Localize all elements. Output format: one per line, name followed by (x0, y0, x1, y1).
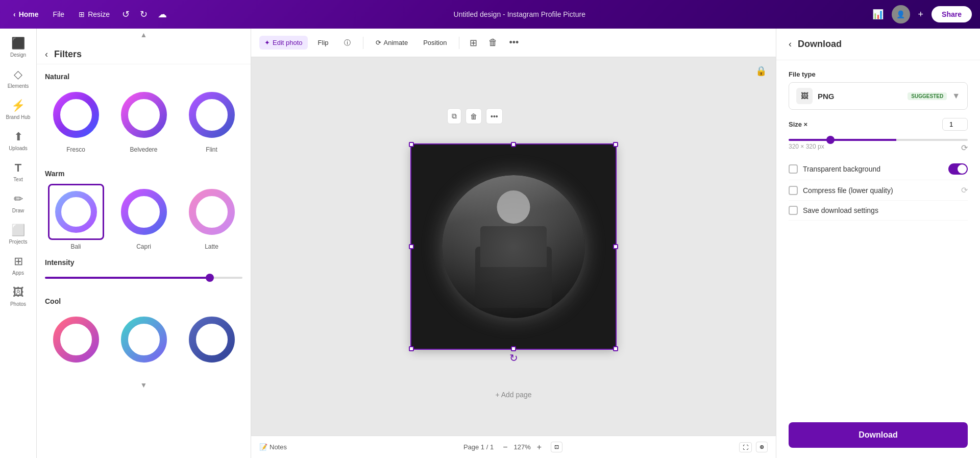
svg-point-4 (125, 192, 163, 231)
cloud-save-button[interactable]: ☁ (155, 6, 170, 23)
size-label: Size × (789, 120, 807, 128)
add-page-area[interactable]: + Add page (489, 384, 537, 405)
filter-item-flint[interactable]: Flint (181, 87, 242, 153)
svg-point-0 (57, 95, 95, 134)
info-button[interactable]: ⓘ (339, 35, 356, 51)
filter-section-cool: Cool (37, 289, 251, 379)
save-settings-checkbox[interactable] (789, 206, 798, 215)
zoom-in-button[interactable]: + (534, 442, 545, 453)
file-type-select[interactable]: 🖼 PNG SUGGESTED ▼ (789, 82, 968, 110)
filter-thumb-latte (184, 184, 240, 240)
more-options-button[interactable]: ••• (486, 108, 503, 124)
save-settings-left: Save download settings (789, 206, 878, 215)
scroll-up-arrow[interactable]: ▲ (37, 29, 251, 41)
sidebar-item-projects[interactable]: ⬜ Projects (2, 220, 35, 249)
svg-point-1 (125, 95, 163, 134)
filter-section-natural: Natural (37, 64, 251, 161)
add-collaborator-button[interactable]: + (915, 6, 927, 23)
compress-file-checkbox[interactable] (789, 186, 798, 195)
filters-back-button[interactable]: ‹ (45, 49, 48, 60)
edit-photo-icon: ✦ (264, 39, 270, 46)
intensity-label: Intensity (45, 258, 242, 267)
filter-name-capri: Capri (136, 243, 151, 250)
fullscreen-button[interactable]: ⛶ (739, 442, 752, 452)
flip-button[interactable]: Flip (313, 36, 334, 50)
sidebar-item-apps[interactable]: ⊞ Apps (2, 251, 35, 280)
transparent-bg-left: Transparent background (789, 164, 880, 174)
design-canvas[interactable] (411, 144, 616, 349)
bottom-center: Page 1 / 1 − 127% + ⊡ (463, 442, 562, 453)
size-slider[interactable] (789, 139, 968, 141)
lock-icon[interactable]: 🔒 (751, 62, 771, 80)
home-button[interactable]: ‹ Home (8, 7, 44, 21)
canvas-viewport[interactable]: 🔒 ⧉ 🗑 ••• (251, 57, 776, 436)
scroll-down-arrow[interactable]: ▼ (37, 379, 251, 391)
size-reset-icon[interactable]: ⟳ (961, 143, 968, 153)
filter-item-fresco[interactable]: Fresco (45, 87, 107, 153)
position-button[interactable]: Position (418, 36, 452, 50)
download-button[interactable]: Download (789, 422, 968, 448)
filter-item-belvedere[interactable]: Belvedere (113, 87, 175, 153)
download-panel: ‹ Download File type 🖼 PNG SUGGESTED ▼ S… (776, 29, 980, 458)
animate-button[interactable]: ⟳ Animate (371, 36, 413, 50)
chevron-down-icon: ▼ (952, 91, 960, 101)
text-icon: T (15, 161, 21, 175)
file-button[interactable]: File (48, 7, 70, 21)
trash-button[interactable]: 🗑 (485, 34, 501, 51)
sidebar-item-brand-hub[interactable]: ⚡ Brand Hub (2, 95, 35, 124)
compress-file-label: Compress file (lower quality) (803, 186, 893, 195)
share-button[interactable]: Share (932, 6, 972, 22)
top-navigation: ‹ Home File ⊞ Resize ↺ ↻ ☁ Untitled desi… (0, 0, 980, 29)
notes-icon: 📝 (259, 443, 267, 451)
sidebar-item-text[interactable]: T Text (2, 157, 35, 186)
edit-photo-button[interactable]: ✦ Edit photo (259, 36, 308, 50)
sidebar-item-photos[interactable]: 🖼 Photos (2, 282, 35, 311)
filter-item-bali[interactable]: Bali (45, 184, 107, 250)
resize-icon: ⊞ (79, 10, 85, 18)
filter-item-capri[interactable]: Capri (113, 184, 175, 250)
sidebar-item-uploads[interactable]: ⬆ Uploads (2, 126, 35, 155)
more-button[interactable]: ••• (506, 34, 522, 51)
zoom-out-button[interactable]: − (500, 442, 510, 453)
lock-button[interactable]: 🔒 (751, 62, 771, 80)
filter-item-cool2[interactable] (113, 311, 175, 371)
copy-button[interactable]: ⧉ (447, 108, 461, 124)
resize-button[interactable]: ⊞ Resize (74, 7, 115, 21)
compress-file-left: Compress file (lower quality) (789, 186, 893, 195)
accessibility-button[interactable]: ⊕ (756, 442, 768, 452)
canvas-inner: ↻ (411, 144, 616, 349)
sidebar-item-elements[interactable]: ◇ Elements (2, 64, 35, 93)
download-back-button[interactable]: ‹ (789, 39, 792, 50)
animate-icon: ⟳ (376, 39, 381, 46)
profile-image (442, 175, 585, 318)
filter-cool-grid (45, 311, 242, 371)
delete-button[interactable]: 🗑 (465, 108, 482, 124)
toolbar-separator-2 (459, 37, 459, 49)
bottom-bar: 📝 Notes Page 1 / 1 − 127% + ⊡ ⛶ ⊕ (251, 436, 776, 458)
undo-button[interactable]: ↺ (119, 6, 133, 23)
intensity-slider[interactable] (45, 277, 242, 279)
filter-natural-title: Natural (45, 73, 242, 81)
size-value-input[interactable] (942, 118, 968, 131)
trash-icon: 🗑 (488, 37, 498, 47)
fit-to-screen-button[interactable]: ⊡ (551, 442, 562, 452)
filter-item-cool1[interactable] (45, 311, 107, 371)
svg-point-6 (57, 320, 95, 359)
redo-button[interactable]: ↻ (137, 6, 151, 23)
sidebar-item-design[interactable]: ⬛ Design (2, 33, 35, 62)
filter-thumb-capri (116, 184, 172, 240)
rotate-handle[interactable]: ↻ (509, 352, 518, 364)
filters-header: ‹ Filters (37, 41, 251, 64)
stats-button[interactable]: 📊 (869, 6, 887, 23)
grid-button[interactable]: ⊞ (467, 34, 480, 52)
filter-item-cool3[interactable] (181, 311, 242, 371)
transparent-bg-toggle[interactable] (948, 163, 968, 175)
filter-warm-grid: Bali (45, 184, 242, 250)
filter-cool-title: Cool (45, 297, 242, 305)
notes-button[interactable]: 📝 Notes (259, 443, 287, 451)
zoom-level: 127% (514, 443, 531, 451)
transparent-bg-checkbox[interactable] (789, 164, 798, 174)
sidebar-item-draw[interactable]: ✏ Draw (2, 188, 35, 218)
filter-item-latte[interactable]: Latte (181, 184, 242, 250)
photos-icon: 🖼 (13, 286, 24, 299)
